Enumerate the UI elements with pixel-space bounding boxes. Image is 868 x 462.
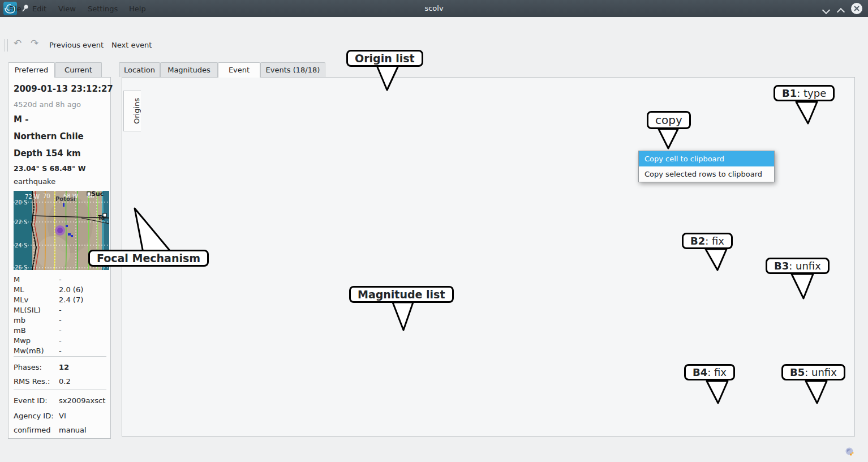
tab-current[interactable]: Current xyxy=(55,62,102,77)
phases-value: 12 xyxy=(59,363,69,371)
context-menu: Copy cell to clipboard Copy selected row… xyxy=(638,151,775,182)
event-depth: Depth 154 km xyxy=(14,148,81,159)
svg-text:Ta: Ta xyxy=(98,215,105,221)
magnitude-type-value: 2.0 (6) xyxy=(59,285,83,294)
magnitude-type-value: - xyxy=(59,316,62,324)
callout-b5-unfix: B5: unfix xyxy=(781,364,845,380)
svg-text:24 S: 24 S xyxy=(15,242,27,249)
magnitude-summary-row: ML2.0 (6) xyxy=(14,285,106,296)
callout-b2-fix: B2: fix xyxy=(682,233,733,249)
menu-view[interactable]: View xyxy=(55,0,79,18)
menu-edit[interactable]: Edit xyxy=(29,0,50,18)
close-button[interactable] xyxy=(850,2,863,16)
magnitude-summary-row: ML(SIL)- xyxy=(14,306,106,316)
callout-b4-fix: B4: fix xyxy=(684,364,735,380)
minimize-button[interactable] xyxy=(823,6,829,15)
menu-item-copy-cell[interactable]: Copy cell to clipboard xyxy=(639,151,774,166)
magnitude-type-label: Mwp xyxy=(14,336,31,345)
callout-origin-list: Origin list xyxy=(346,50,423,67)
magnitude-summary-row: MLv2.4 (7) xyxy=(14,296,106,306)
magnitude-type-label: ML(SIL) xyxy=(14,306,41,314)
phases-label: Phases: xyxy=(14,363,42,371)
menu-settings[interactable]: Settings xyxy=(84,0,121,18)
event-id-label: Event ID: xyxy=(14,396,48,405)
tab-preferred[interactable]: Preferred xyxy=(8,62,55,78)
magnitude-type-value: - xyxy=(59,336,62,345)
rms-row: RMS Res.: 0.2 xyxy=(14,377,106,387)
magnitude-type-value: - xyxy=(59,306,62,314)
magnitude-type-value: - xyxy=(59,275,62,284)
previous-event-button[interactable]: Previous event xyxy=(49,35,104,56)
magnitude-type-label: Mw(mB) xyxy=(14,346,44,355)
magnitude-type-label: mb xyxy=(14,316,25,324)
event-region: Northern Chile xyxy=(14,131,84,142)
evaluation-row: confirmed manual xyxy=(14,426,106,436)
magnitude-summary-row: M- xyxy=(14,275,106,285)
callout-copy: copy xyxy=(647,111,691,129)
evaluation-value: manual xyxy=(59,426,87,434)
svg-text:70: 70 xyxy=(43,193,50,199)
maximize-button[interactable] xyxy=(838,8,844,16)
next-event-button[interactable]: Next event xyxy=(111,35,152,56)
magnitude-summary-row: mB- xyxy=(14,326,106,336)
svg-text:20 S: 20 S xyxy=(15,199,27,206)
menu-file[interactable]: File xyxy=(6,0,25,18)
event-id-value: sx2009axsct xyxy=(59,396,105,405)
rms-value: 0.2 xyxy=(59,377,71,386)
event-id-row: Event ID: sx2009axsct xyxy=(14,396,106,407)
evaluation-label: confirmed xyxy=(14,426,51,434)
event-datetime: 2009-01-13 23:12:27 xyxy=(14,84,113,94)
svg-text:Potosi: Potosi xyxy=(55,196,75,202)
tab-location[interactable]: Location xyxy=(119,62,160,77)
tab-origins[interactable]: Origins xyxy=(123,91,141,131)
svg-text:26 S: 26 S xyxy=(15,264,27,270)
agency-id-value: VI xyxy=(59,412,66,420)
callout-b1-type: B1: type xyxy=(774,85,835,101)
tab-magnitudes[interactable]: Magnitudes xyxy=(160,62,218,77)
rms-label: RMS Res.: xyxy=(14,377,50,386)
magnitude-type-label: MLv xyxy=(14,296,28,304)
magnitude-type-label: mB xyxy=(14,326,26,335)
event-type: earthquake xyxy=(14,177,55,186)
event-tab-page xyxy=(122,77,855,437)
svg-text:Suc: Suc xyxy=(91,191,104,198)
svg-text:22 S: 22 S xyxy=(15,219,27,225)
scolv-window: scolv File Edit View Settings Help ↶ ↷ P… xyxy=(0,0,868,462)
menu-help[interactable]: Help xyxy=(126,0,149,18)
event-magnitude: M - xyxy=(14,114,28,125)
toolbar-handle[interactable] xyxy=(5,39,8,52)
connection-status-icon[interactable] xyxy=(844,447,854,459)
agency-id-row: Agency ID: VI xyxy=(14,412,106,422)
phases-row: Phases: 12 xyxy=(14,363,106,373)
tab-event[interactable]: Event xyxy=(218,62,260,78)
redo-arrow-icon[interactable]: ↷ xyxy=(31,37,38,49)
magnitude-summary-row: mb- xyxy=(14,316,106,326)
callout-b3-unfix: B3: unfix xyxy=(766,258,830,274)
agency-id-label: Agency ID: xyxy=(14,412,54,420)
magnitude-type-value: 2.4 (7) xyxy=(59,296,83,304)
tab-events[interactable]: Events (18/18) xyxy=(260,62,325,77)
magnitude-type-value: - xyxy=(59,326,62,335)
menu-item-copy-rows[interactable]: Copy selected rows to clipboard xyxy=(639,166,774,182)
magnitude-summary-row: Mw(mB)- xyxy=(14,346,106,357)
callout-focal-mechanism: Focal Mechanism xyxy=(88,250,209,267)
magnitude-type-label: M xyxy=(14,275,20,284)
event-coordinates: 23.04° S 68.48° W xyxy=(14,164,85,173)
magnitude-summary-row: Mwp- xyxy=(14,336,106,346)
undo-arrow-icon[interactable]: ↶ xyxy=(14,37,22,49)
callout-magnitude-list: Magnitude list xyxy=(349,286,454,303)
magnitude-type-value: - xyxy=(59,346,62,355)
menu-bar xyxy=(0,17,868,35)
magnitude-type-label: ML xyxy=(14,285,24,294)
event-age: 4520d and 8h ago xyxy=(14,100,81,109)
